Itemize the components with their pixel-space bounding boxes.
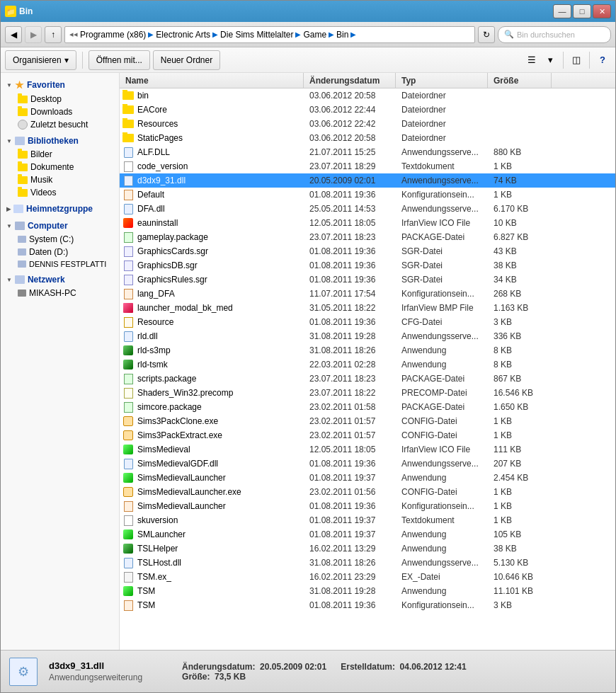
table-row[interactable]: Resource 01.08.2011 19:36 CFG-Datei 3 KB xyxy=(120,315,615,329)
table-row[interactable]: TSLHelper 16.02.2011 13:29 Anwendung 38 … xyxy=(120,542,615,556)
search-box[interactable]: 🔍 Bin durchsuchen xyxy=(498,26,611,43)
column-header-date[interactable]: Änderungsdatum xyxy=(304,73,396,88)
sidebar-item-system[interactable]: System (C:) xyxy=(1,233,119,246)
sidebar-item-desktop[interactable]: Desktop xyxy=(1,93,119,105)
table-row[interactable]: SimsMedievalLauncher 01.08.2011 19:36 Ko… xyxy=(120,499,615,513)
table-row[interactable]: d3dx9_31.dll 20.05.2009 02:01 Anwendungs… xyxy=(120,173,615,188)
sidebar-item-recent[interactable]: Zuletzt besucht xyxy=(1,118,119,131)
view-details-button[interactable]: ☰ xyxy=(523,52,540,69)
table-row[interactable]: TSM 01.08.2011 19:36 Konfigurationsein..… xyxy=(120,598,615,612)
table-row[interactable]: SimsMedieval 12.05.2011 18:05 IrfanView … xyxy=(120,442,615,457)
refresh-button[interactable]: ↻ xyxy=(478,26,495,43)
sidebar-item-videos[interactable]: Videos xyxy=(1,186,119,199)
sidebar-section-favorites-header[interactable]: ▼ ★ Favoriten xyxy=(1,77,119,93)
open-with-button[interactable]: Öffnen mit... xyxy=(89,50,150,70)
table-row[interactable]: eauninstall 12.05.2011 18:05 IrfanView I… xyxy=(120,216,615,230)
minimize-button[interactable]: — xyxy=(553,4,571,18)
sidebar-section-homegroup-header[interactable]: ▶ Heimnetzgruppe xyxy=(1,202,119,216)
forward-button[interactable]: ▶ xyxy=(25,26,42,43)
preview-pane-button[interactable]: ◫ xyxy=(568,52,585,69)
desktop-label: Desktop xyxy=(30,94,62,104)
file-size: 268 KB xyxy=(494,289,521,299)
table-row[interactable]: GraphicsCards.sgr 01.08.2011 19:36 SGR-D… xyxy=(120,244,615,258)
status-filename: d3dx9_31.dll xyxy=(49,660,142,671)
table-row[interactable]: SMLauncher 01.08.2011 19:37 Anwendung 10… xyxy=(120,527,615,542)
close-button[interactable]: ✕ xyxy=(593,4,611,18)
help-button[interactable]: ? xyxy=(594,52,611,69)
address-part-4[interactable]: Game xyxy=(303,30,326,40)
table-row[interactable]: GraphicsRules.sgr 01.08.2011 19:36 SGR-D… xyxy=(120,273,615,287)
file-icon xyxy=(122,430,134,441)
sidebar-section-libraries: ▼ Bibliotheken Bilder Dokumente Musik xyxy=(1,134,119,199)
sidebar-item-dennis[interactable]: DENNIS FESTPLATTI xyxy=(1,258,119,270)
view-dropdown-button[interactable]: ▾ xyxy=(542,52,559,69)
file-date: 11.07.2011 17:54 xyxy=(309,289,375,299)
address-part-2[interactable]: Electronic Arts xyxy=(156,30,210,40)
organize-button[interactable]: Organisieren ▾ xyxy=(5,50,76,70)
file-type-cell: Anwendung xyxy=(396,473,488,483)
sidebar-section-computer-header[interactable]: ▼ Computer xyxy=(1,219,119,233)
table-row[interactable]: ALF.DLL 21.07.2011 15:25 Anwendungsserve… xyxy=(120,145,615,159)
file-date: 31.08.2011 18:26 xyxy=(309,558,375,568)
address-arrow-4: ▶ xyxy=(329,30,334,38)
file-size-cell: 1 KB xyxy=(488,161,552,171)
bmp-icon xyxy=(123,303,133,313)
table-row[interactable]: Sims3PackClone.exe 23.02.2011 01:57 CONF… xyxy=(120,414,615,428)
file-icon xyxy=(122,500,134,512)
file-name-cell: SMLauncher xyxy=(120,529,304,540)
table-row[interactable]: SimsMedievalLauncher 01.08.2011 19:37 An… xyxy=(120,471,615,485)
table-row[interactable]: Default 01.08.2011 19:36 Konfigurationse… xyxy=(120,188,615,202)
table-row[interactable]: TSLHost.dll 31.08.2011 18:26 Anwendungss… xyxy=(120,556,615,570)
view-controls: ☰ ▾ ◫ ? xyxy=(523,52,611,69)
table-row[interactable]: GraphicsDB.sgr 01.08.2011 19:36 SGR-Date… xyxy=(120,258,615,273)
table-row[interactable]: rld.dll 31.08.2011 19:28 Anwendungsserve… xyxy=(120,329,615,343)
table-row[interactable]: bin 03.06.2012 20:58 Dateiordner xyxy=(120,88,615,103)
file-list[interactable]: bin 03.06.2012 20:58 Dateiordner EACore … xyxy=(120,88,615,650)
table-row[interactable]: SimsMedievalLauncher.exe 23.02.2011 01:5… xyxy=(120,485,615,499)
address-box[interactable]: ◂◂ Programme (x86) ▶ Electronic Arts ▶ D… xyxy=(64,26,475,43)
table-row[interactable]: StaticPages 03.06.2012 20:58 Dateiordner xyxy=(120,131,615,145)
table-row[interactable]: launcher_modal_bk_med 31.05.2011 18:22 I… xyxy=(120,301,615,315)
table-row[interactable]: rld-s3mp 31.08.2011 18:26 Anwendung 8 KB xyxy=(120,343,615,357)
table-row[interactable]: rld-tsmk 22.03.2011 02:28 Anwendung 8 KB xyxy=(120,357,615,372)
sidebar-item-documents[interactable]: Dokumente xyxy=(1,161,119,173)
sidebar-section-libraries-header[interactable]: ▼ Bibliotheken xyxy=(1,134,119,148)
maximize-button[interactable]: □ xyxy=(573,4,591,18)
sidebar-item-data[interactable]: Daten (D:) xyxy=(1,246,119,258)
sidebar-section-network-header[interactable]: ▼ Netzwerk xyxy=(1,273,119,287)
new-folder-button[interactable]: Neuer Ordner xyxy=(153,50,220,70)
sidebar-item-pictures[interactable]: Bilder xyxy=(1,148,119,161)
address-part-5[interactable]: Bin xyxy=(336,30,348,40)
table-row[interactable]: EACore 03.06.2012 22:44 Dateiordner xyxy=(120,103,615,117)
table-row[interactable]: lang_DFA 11.07.2011 17:54 Konfigurations… xyxy=(120,287,615,301)
network-triangle: ▼ xyxy=(6,277,12,283)
table-row[interactable]: scripts.package 23.07.2011 18:23 PACKAGE… xyxy=(120,372,615,386)
file-date-cell: 22.03.2011 02:28 xyxy=(304,360,396,370)
file-type-cell: Textdokument xyxy=(396,161,488,171)
table-row[interactable]: Shaders_Win32.precomp 23.07.2011 18:22 P… xyxy=(120,386,615,400)
address-part-3[interactable]: Die Sims Mittelalter xyxy=(220,30,293,40)
table-row[interactable]: Sims3PackExtract.exe 23.02.2011 01:57 CO… xyxy=(120,428,615,442)
address-part-1[interactable]: Programme (x86) xyxy=(80,30,146,40)
address-arrow-3: ▶ xyxy=(295,30,301,38)
up-button[interactable]: ↑ xyxy=(45,26,62,43)
file-date-cell: 03.06.2012 22:44 xyxy=(304,105,396,115)
sidebar-item-music[interactable]: Musik xyxy=(1,173,119,186)
table-row[interactable]: Resources 03.06.2012 22:42 Dateiordner xyxy=(120,117,615,131)
table-row[interactable]: gameplay.package 23.07.2011 18:23 PACKAG… xyxy=(120,230,615,244)
table-row[interactable]: TSM.ex_ 16.02.2011 23:29 EX_-Datei 10.64… xyxy=(120,570,615,584)
table-row[interactable]: TSM 31.08.2011 19:28 Anwendung 11.101 KB xyxy=(120,584,615,598)
table-row[interactable]: code_version 23.07.2011 18:29 Textdokume… xyxy=(120,159,615,173)
column-header-type[interactable]: Typ xyxy=(396,73,488,88)
music-label: Musik xyxy=(30,175,52,185)
file-size: 34 KB xyxy=(494,275,517,285)
table-row[interactable]: SimsMedievalGDF.dll 01.08.2011 19:36 Anw… xyxy=(120,457,615,471)
column-header-size[interactable]: Größe xyxy=(488,73,552,88)
table-row[interactable]: simcore.package 23.02.2011 01:58 PACKAGE… xyxy=(120,400,615,414)
back-button[interactable]: ◀ xyxy=(5,26,22,43)
table-row[interactable]: DFA.dll 25.05.2011 14:53 Anwendungsserve… xyxy=(120,202,615,216)
table-row[interactable]: skuversion 01.08.2011 19:37 Textdokument… xyxy=(120,513,615,527)
sidebar-item-mikash[interactable]: MIKASH-PC xyxy=(1,287,119,299)
column-header-name[interactable]: Name xyxy=(120,73,304,88)
sidebar-item-downloads[interactable]: Downloads xyxy=(1,105,119,118)
